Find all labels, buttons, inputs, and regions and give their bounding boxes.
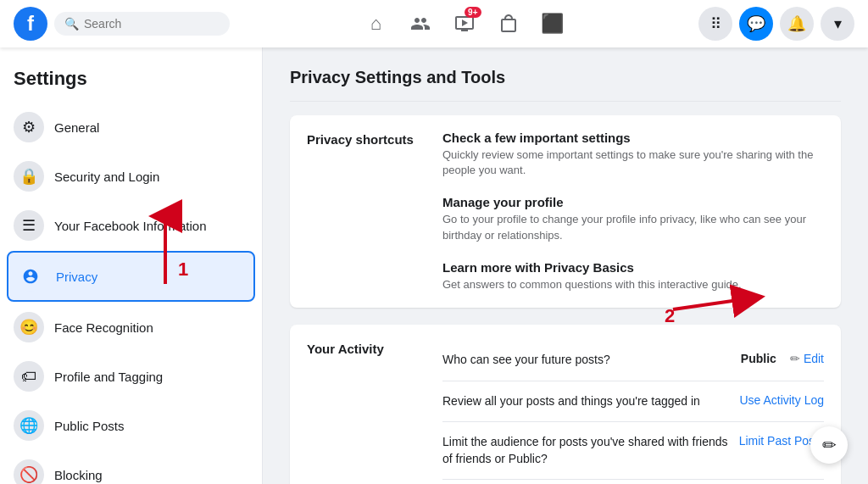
sidebar: Settings ⚙ General 🔒 Security and Login … [0,47,263,484]
watch-nav-btn[interactable]: 9+ [444,3,485,44]
security-icon: 🔒 [14,161,44,192]
activity-text-0: Who can see your future posts? [442,352,741,369]
sidebar-label-profile-tagging: Profile and Tagging [54,370,163,384]
shortcut-title-2[interactable]: Learn more with Privacy Basics [442,260,824,275]
activity-right-0: Public ✏ Edit [741,352,824,365]
privacy-shortcuts-section: Privacy shortcuts Check a few important … [290,115,841,308]
topnav-center: ⌂ 9+ ⬛ [230,3,698,44]
facebook-info-icon: ☰ [14,210,44,241]
sidebar-item-profile-tagging[interactable]: 🏷 Profile and Tagging [7,353,255,400]
shortcut-title-0[interactable]: Check a few important settings [442,131,824,145]
page-title: Privacy Settings and Tools [290,68,841,87]
topnav-right: ⠿ 💬 🔔 ▾ [698,7,854,41]
privacy-shortcuts-label: Privacy shortcuts [307,131,442,147]
watch-badge: 9+ [465,7,481,18]
your-activity-row: Your Activity Who can see your future po… [307,325,824,484]
shortcut-desc-1: Go to your profile to change your profil… [442,212,824,242]
sidebar-item-public-posts[interactable]: 🌐 Public Posts [7,402,255,449]
messenger-btn[interactable]: 💬 [739,7,773,41]
public-posts-icon: 🌐 [14,410,44,441]
title-divider [290,101,841,102]
search-icon: 🔍 [64,17,79,31]
sidebar-label-blocking: Blocking [54,468,103,482]
general-icon: ⚙ [14,112,44,142]
shortcut-item-2: Learn more with Privacy Basics Get answe… [442,260,824,292]
topnav-left: f 🔍 [14,7,230,41]
sidebar-label-facebook-info: Your Facebook Information [54,219,207,233]
friends-nav-btn[interactable] [400,3,441,44]
sidebar-label-privacy: Privacy [56,270,97,284]
privacy-icon [15,261,46,292]
activity-item-3: Who can see the people, Pages and lists … [442,480,824,484]
your-activity-section: Your Activity Who can see your future po… [290,325,841,484]
sidebar-label-face-recognition: Face Recognition [54,320,153,335]
sidebar-item-face-recognition[interactable]: 😊 Face Recognition [7,303,255,351]
activity-item-1: Review all your posts and things you're … [442,381,824,423]
fab-edit-button[interactable]: ✏ [810,426,848,464]
edit-future-posts-link[interactable]: ✏ Edit [790,352,824,365]
shortcut-item-0: Check a few important settings Quickly r… [442,131,824,178]
fab-edit-icon: ✏ [822,435,837,455]
layout: Settings ⚙ General 🔒 Security and Login … [0,47,868,484]
sidebar-item-general[interactable]: ⚙ General [7,103,255,151]
account-btn[interactable]: ▾ [821,7,854,41]
privacy-shortcuts-row: Privacy shortcuts Check a few important … [307,115,824,308]
notifications-btn[interactable]: 🔔 [780,7,814,41]
shortcut-item-1: Manage your profile Go to your profile t… [442,195,824,242]
activity-text-1: Review all your posts and things you're … [442,393,739,410]
facebook-logo[interactable]: f [14,7,47,41]
sidebar-label-general: General [54,120,99,135]
search-box[interactable]: 🔍 [54,12,230,36]
activity-right-1: Use Activity Log [739,393,824,407]
shortcut-title-1[interactable]: Manage your profile [442,195,824,209]
profile-tagging-icon: 🏷 [14,361,44,392]
your-activity-label: Your Activity [307,340,442,356]
grid-icon-btn[interactable]: ⠿ [698,7,732,41]
your-activity-content: Who can see your future posts? Public ✏ … [442,340,824,484]
use-activity-log-link[interactable]: Use Activity Log [739,393,824,407]
activity-value-0: Public [741,352,776,365]
gaming-nav-btn[interactable]: ⬛ [532,3,573,44]
sidebar-label-security: Security and Login [54,170,159,184]
shortcut-desc-0: Quickly review some important settings t… [442,147,824,178]
blocking-icon: 🚫 [14,459,44,484]
activity-text-2: Limit the audience for posts you've shar… [442,434,739,467]
activity-item-2: Limit the audience for posts you've shar… [442,422,824,480]
search-input[interactable] [84,17,220,31]
sidebar-item-security[interactable]: 🔒 Security and Login [7,153,255,200]
sidebar-title: Settings [7,61,255,103]
shortcut-desc-2: Get answers to common questions with thi… [442,277,824,292]
sidebar-item-blocking[interactable]: 🚫 Blocking [7,451,255,484]
edit-pencil-icon: ✏ [790,352,800,365]
sidebar-item-facebook-info[interactable]: ☰ Your Facebook Information [7,202,255,249]
activity-item-0: Who can see your future posts? Public ✏ … [442,340,824,381]
privacy-shortcuts-content: Check a few important settings Quickly r… [442,131,824,292]
home-nav-btn[interactable]: ⌂ [356,3,397,44]
sidebar-label-public-posts: Public Posts [54,419,125,433]
sidebar-item-privacy[interactable]: Privacy [7,251,255,302]
main-content: Privacy Settings and Tools Privacy short… [263,47,868,484]
topnav: f 🔍 ⌂ 9+ ⬛ ⠿ 💬 🔔 ▾ [0,0,868,47]
face-recognition-icon: 😊 [14,312,44,342]
marketplace-nav-btn[interactable] [488,3,529,44]
